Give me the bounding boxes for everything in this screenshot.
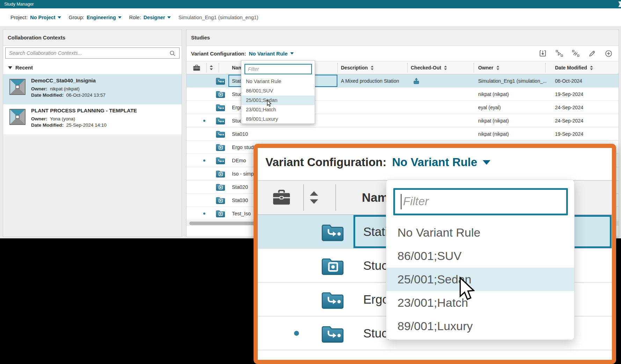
study-owner: Simulation_Eng1 (simulation_...	[478, 74, 546, 87]
project-selector[interactable]: Project: No Project	[10, 15, 61, 20]
sort-indicator-column-icon	[309, 191, 319, 204]
toolbar-icons	[539, 46, 612, 61]
table-row[interactable]: Sta010nikpat (nikpat)19-Sep-2024	[187, 127, 619, 141]
variant-option: 25/001;Sedan	[386, 268, 574, 291]
variant-config-value: No Variant Rule	[392, 156, 477, 169]
header-divider	[474, 63, 474, 73]
filter-placeholder: Filter	[403, 195, 429, 208]
station-icon	[321, 350, 344, 360]
recent-list: DemoCC_Sta040_InsigniaOwner: nikpat (nik…	[3, 74, 182, 134]
variant-option: 89/001;Luxury	[386, 314, 574, 338]
role-selector[interactable]: Role: Designer	[129, 15, 171, 20]
study-icon	[216, 88, 225, 101]
column-header-date-modified[interactable]: Date Modified	[555, 61, 593, 74]
collaboration-context-icon	[9, 109, 25, 125]
group-label: Group:	[69, 15, 84, 20]
context-name: DemoCC_Sta040_Insignia	[31, 77, 96, 83]
station-icon	[321, 215, 344, 248]
sort-icon[interactable]	[371, 66, 374, 70]
panel-filler	[3, 134, 182, 232]
role-label: Role:	[129, 15, 141, 20]
sort-icon[interactable]	[496, 66, 499, 70]
header-divider	[206, 63, 207, 73]
study-icon	[216, 180, 225, 193]
context-owner: Owner: nikpat (nikpat)	[31, 86, 80, 91]
header-divider	[303, 184, 304, 211]
text-cursor	[401, 194, 402, 209]
study-date-modified: 24-Sep-2024	[555, 114, 611, 127]
mouse-cursor-icon	[267, 100, 271, 107]
study-description: A Mixed production Station	[341, 74, 409, 87]
search-icon[interactable]	[169, 50, 176, 57]
modified-indicator-dot	[203, 207, 205, 220]
column-header-owner[interactable]: Owner	[478, 61, 499, 74]
chevron-down-icon[interactable]	[290, 52, 294, 54]
context-date-modified: Date Modified: 06-Oct-2024 13:57	[31, 92, 105, 98]
study-date-modified: 06-Oct-2024	[555, 74, 611, 87]
import-study-icon[interactable]	[539, 50, 547, 57]
filter-box: Filter	[393, 188, 568, 215]
station-icon	[216, 101, 225, 114]
project-value[interactable]: No Project	[30, 15, 56, 20]
study-date-modified: 19-Sep-2024	[555, 88, 611, 101]
mouse-cursor-icon	[459, 276, 475, 301]
search-input[interactable]	[9, 48, 167, 58]
study-icon	[216, 141, 225, 154]
disconnect-study-icon[interactable]	[572, 50, 579, 57]
sort-icon[interactable]	[444, 66, 447, 70]
edit-icon[interactable]	[589, 50, 596, 57]
group-selector[interactable]: Group: Engineering	[69, 15, 122, 20]
header-divider	[337, 63, 338, 73]
context-date-modified: Date Modified: 25-Sep-2024 14:10	[31, 122, 107, 128]
study-owner: nikpat (nikpat)	[478, 114, 546, 127]
table-row: Sta010nikpat (nikpat)19-Sep-2024	[258, 350, 612, 360]
station-icon	[216, 127, 225, 140]
variant-dropdown: No Variant Rule86/001;SUV25/001;Sedan23/…	[241, 60, 315, 124]
search-row	[3, 46, 182, 61]
toolbox-icon[interactable]	[193, 61, 200, 74]
variant-config-value[interactable]: No Variant Rule	[249, 51, 288, 57]
study-icon	[321, 249, 344, 282]
variant-options-list: No Variant Rule86/001;SUV25/001;Sedan23/…	[386, 221, 574, 338]
variant-option[interactable]: 23/001;Hatch	[241, 105, 315, 114]
column-header-description[interactable]: Description	[341, 61, 374, 74]
sort-indicator-column-icon[interactable]	[210, 61, 213, 74]
project-label: Project:	[10, 15, 28, 20]
variant-option[interactable]: 25/001;Sedan	[241, 96, 315, 105]
zoom-inset-callout: Variant Configuration: No Variant Rule N…	[254, 144, 616, 364]
filter-input[interactable]	[245, 65, 311, 74]
variant-config-label: Variant Configuration:	[265, 156, 387, 169]
role-value[interactable]: Designer	[144, 15, 165, 20]
group-value[interactable]: Engineering	[87, 15, 116, 20]
create-study-icon[interactable]	[556, 50, 563, 57]
study-owner: nikpat (nikpat)	[478, 127, 546, 140]
toolbox-icon	[272, 189, 291, 206]
variant-option[interactable]: No Variant Rule	[241, 77, 315, 86]
search-box[interactable]	[5, 47, 180, 59]
collaboration-context-item[interactable]: DemoCC_Sta040_InsigniaOwner: nikpat (nik…	[3, 74, 182, 104]
variant-option: 23/001;Hatch	[386, 291, 574, 314]
checked-out-icon	[413, 74, 420, 87]
sort-icon[interactable]	[590, 66, 593, 70]
variant-option: No Variant Rule	[386, 221, 574, 244]
variant-config-label: Variant Configuration:	[191, 51, 246, 57]
context-bar: Project: No Project Group: Engineering R…	[0, 8, 621, 27]
column-header-checked-out[interactable]: Checked-Out	[411, 61, 447, 74]
recent-section-header[interactable]: Recent	[3, 61, 182, 74]
chevron-down-icon	[58, 16, 61, 18]
station-icon	[321, 317, 344, 350]
collaboration-context-item[interactable]: PLANT PROCESS PLANNING - TEMPLATEOwner: …	[3, 104, 182, 134]
station-icon	[216, 154, 225, 167]
variant-option[interactable]: 89/001;Luxury	[241, 114, 315, 124]
column-header-name: Name	[362, 181, 386, 214]
study-date-modified: 19-Sep-2024	[555, 127, 611, 140]
study-owner: eyal (eyal)	[478, 101, 546, 114]
collapse-caret-icon	[8, 66, 12, 69]
study-icon	[216, 207, 225, 220]
add-icon[interactable]	[605, 50, 612, 57]
variant-option[interactable]: 86/001;SUV	[241, 86, 315, 96]
study-name: Sta010	[363, 350, 573, 360]
filter-box[interactable]	[244, 64, 312, 74]
panel-title: Studies	[187, 30, 619, 46]
modified-indicator-dot	[203, 114, 205, 127]
